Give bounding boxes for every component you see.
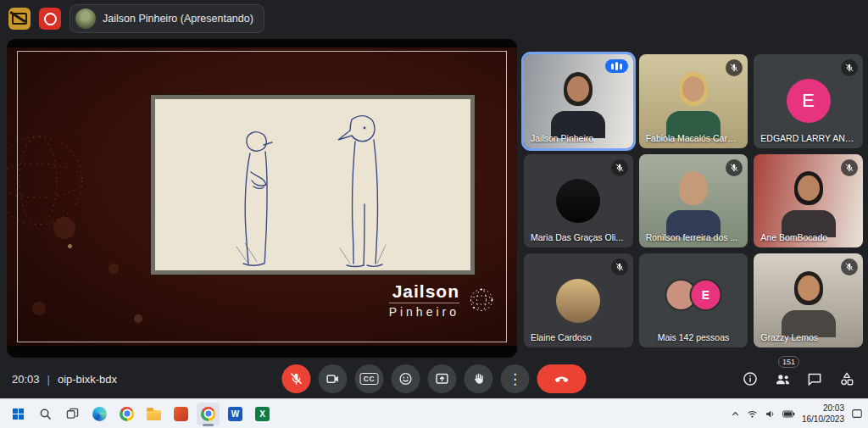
presentation-tile[interactable]: Jailson Pinheiro <box>7 39 517 358</box>
reactions-button[interactable] <box>392 364 420 393</box>
presenting-chip[interactable]: Jailson Pinheiro (Apresentando) <box>70 4 264 33</box>
presenting-label: Jailson Pinheiro (Apresentando) <box>103 13 253 25</box>
participant-tile[interactable]: Fabiola Macalós Carp... <box>639 54 748 148</box>
start-button[interactable] <box>7 403 30 425</box>
slide-sketch <box>151 95 475 275</box>
hand-icon <box>471 371 487 386</box>
search-icon <box>39 408 52 420</box>
participant-name: Elaine Cardoso <box>531 332 592 342</box>
participant-name: Grazzy Lemos <box>760 332 818 342</box>
captions-button[interactable]: CC <box>355 364 384 393</box>
volume-icon[interactable] <box>765 409 776 420</box>
info-button[interactable] <box>741 370 760 388</box>
present-screen-icon <box>435 371 450 386</box>
mic-muted-icon <box>841 59 858 76</box>
excel-icon[interactable]: X <box>251 403 274 425</box>
meeting-code: oip-bixk-bdx <box>58 373 117 386</box>
audio-indicator-icon <box>605 59 628 73</box>
taskbar-apps: W X <box>7 403 274 425</box>
meet-main-area: Jailson Pinheiro <box>0 37 868 359</box>
meet-bottom-bar: 20:03 | oip-bixk-bdx <box>0 359 868 398</box>
participant-name: EDGARD LARRY AND... <box>760 133 854 143</box>
participant-initial-avatar: E <box>787 79 831 123</box>
participant-tile[interactable]: Ane BomBocado <box>754 154 863 248</box>
person-silhouette <box>776 271 841 337</box>
wifi-icon[interactable] <box>747 409 758 420</box>
mic-button[interactable] <box>282 364 311 393</box>
notifications-icon[interactable] <box>851 408 863 420</box>
camera-icon <box>326 371 341 386</box>
participant-tile[interactable]: E EDGARD LARRY AND... <box>754 54 863 148</box>
recording-indicator-icon[interactable] <box>39 8 61 30</box>
taskbar-clock[interactable]: 20:03 16/10/2023 <box>802 403 844 425</box>
call-controls: CC ⋮ <box>282 364 587 393</box>
participant-tile[interactable]: Jailson Pinheiro <box>524 54 633 148</box>
mic-muted-icon <box>841 159 858 176</box>
participant-tile[interactable]: E Mais 142 pessoas <box>639 253 748 347</box>
chrome-active-icon[interactable] <box>197 403 220 425</box>
task-view-icon <box>66 408 79 420</box>
people-icon <box>774 370 792 388</box>
edge-icon[interactable] <box>88 403 111 425</box>
person-silhouette <box>661 171 726 237</box>
info-icon <box>742 370 759 387</box>
participant-name: Maria Das Graças Oli... <box>531 232 623 242</box>
overflow-avatar-2: E <box>689 279 721 311</box>
meeting-info: 20:03 | oip-bixk-bdx <box>12 373 117 386</box>
battery-icon[interactable] <box>782 410 795 418</box>
file-explorer-icon[interactable] <box>142 403 165 425</box>
participant-tile[interactable]: Maria Das Graças Oli... <box>524 154 633 248</box>
word-icon[interactable]: W <box>224 403 247 425</box>
end-call-icon <box>554 370 570 387</box>
person-silhouette <box>661 72 726 138</box>
chat-icon <box>806 370 823 387</box>
participant-tile[interactable]: Grazzy Lemos <box>754 253 863 347</box>
globe-icon <box>467 286 496 314</box>
present-button[interactable] <box>428 364 457 393</box>
presentation-stage: Jailson Pinheiro <box>7 47 517 346</box>
more-options-icon: ⋮ <box>508 372 522 386</box>
tray-chevron-icon[interactable] <box>731 409 740 419</box>
participant-photo-avatar <box>556 179 600 223</box>
task-view-button[interactable] <box>61 403 84 425</box>
participant-name: Fabiola Macalós Carp... <box>646 133 740 143</box>
raise-hand-button[interactable] <box>465 364 493 393</box>
activities-shapes-icon <box>838 370 855 387</box>
end-call-button[interactable] <box>537 364 587 393</box>
two-figures-sketch <box>155 99 470 270</box>
activities-button[interactable] <box>837 370 856 388</box>
participant-name: Ronilson ferreira dos ... <box>646 232 738 242</box>
camera-button[interactable] <box>319 364 348 393</box>
logo-line-1: Jailson <box>389 281 459 303</box>
windows-taskbar: W X 20:03 16/10/2023 <box>0 398 868 428</box>
smiley-icon <box>398 371 414 386</box>
people-button[interactable]: 151 <box>773 370 792 388</box>
taskbar-date: 16/10/2023 <box>802 414 844 425</box>
participant-tile[interactable]: Elaine Cardoso <box>524 253 633 347</box>
participant-count-badge: 151 <box>778 356 799 368</box>
meeting-panels: 151 <box>741 370 856 388</box>
app-icon-orange[interactable] <box>170 403 192 425</box>
google-meet-window: Jailson Pinheiro (Apresentando) <box>0 0 868 428</box>
mic-muted-icon <box>841 258 858 275</box>
meet-clock: 20:03 <box>12 373 40 386</box>
person-silhouette <box>546 72 610 138</box>
mic-muted-icon <box>726 159 743 176</box>
cc-icon: CC <box>360 373 378 385</box>
overflow-avatars: E <box>665 279 721 311</box>
person-silhouette <box>776 171 841 237</box>
participant-tile[interactable]: Ronilson ferreira dos ... <box>639 154 748 248</box>
mic-muted-icon <box>611 159 628 176</box>
chrome-icon[interactable] <box>115 403 138 425</box>
mic-muted-icon <box>726 59 743 76</box>
search-button[interactable] <box>34 403 57 425</box>
logo-line-2: Pinheiro <box>389 305 459 319</box>
system-tray: 20:03 16/10/2023 <box>731 399 863 428</box>
presenter-logo: Jailson Pinheiro <box>389 281 496 319</box>
presentation-blocked-icon[interactable] <box>8 8 31 30</box>
meet-top-bar: Jailson Pinheiro (Apresentando) <box>0 0 868 37</box>
chat-button[interactable] <box>805 370 824 388</box>
participant-name: Mais 142 pessoas <box>639 332 748 342</box>
more-options-button[interactable]: ⋮ <box>501 364 530 393</box>
participants-grid: Jailson Pinheiro Fabiola Macalós Carp...… <box>524 54 863 347</box>
